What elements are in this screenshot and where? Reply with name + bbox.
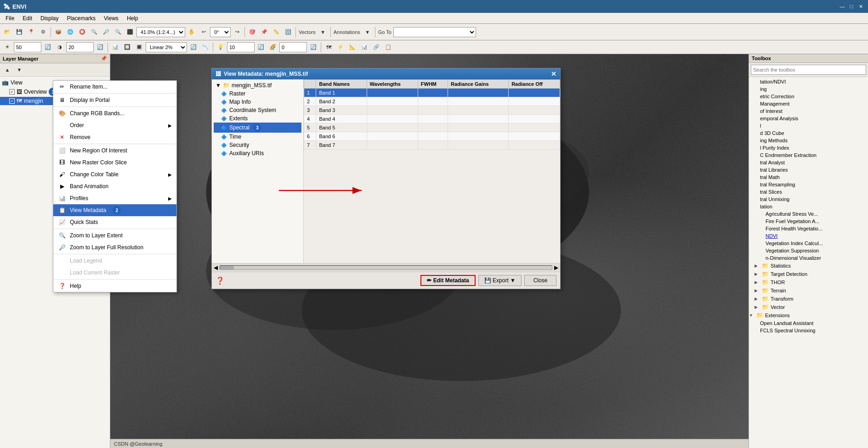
- menu-views[interactable]: Views: [100, 14, 122, 22]
- layer-overview-checkbox[interactable]: ✓: [9, 89, 15, 95]
- toolbox-item-fire-fuel[interactable]: Fire Fuel Vegetation A...: [749, 218, 868, 225]
- refresh-btn4[interactable]: 🔄: [255, 42, 267, 53]
- table-row[interactable]: 6 Band 6: [304, 132, 560, 141]
- tree-coordsys[interactable]: 🔷 Coordinate System: [214, 106, 301, 114]
- toolbox-item-temporal-analysis[interactable]: emporal Analysis: [749, 115, 868, 122]
- refresh-btn1[interactable]: 🔄: [42, 42, 53, 53]
- ctx-color-slice[interactable]: 🎞 New Raster Color Slice: [53, 157, 176, 168]
- metadata-help-icon[interactable]: ❓: [216, 276, 225, 285]
- tree-time[interactable]: 🔷 Time: [214, 133, 301, 141]
- refresh-btn3[interactable]: 🔄: [188, 42, 199, 53]
- tool1[interactable]: 📍: [26, 27, 37, 38]
- toolbox-item-tral-unmixing[interactable]: tral Unmixing: [749, 196, 868, 203]
- rotate-left[interactable]: ↩: [198, 27, 209, 38]
- toolbox-folder-vector[interactable]: ▶ 📁 Vector: [749, 303, 868, 311]
- ctx-zoom-full[interactable]: 🔎 Zoom to Layer Full Resolution: [53, 241, 176, 253]
- edit-metadata-button[interactable]: ✏ Edit Metadata: [420, 275, 475, 286]
- ctx-zoom-extent[interactable]: 🔍 Zoom to Layer Extent: [53, 230, 176, 241]
- vectors-dropdown[interactable]: ▼: [318, 27, 329, 38]
- tool-f[interactable]: 📋: [383, 42, 394, 53]
- toolbox-item-tation-ndvi[interactable]: tation/NDVI: [749, 78, 868, 85]
- panel-pin-icon[interactable]: 📌: [101, 56, 107, 62]
- toolbox-folder-thor[interactable]: ▶ 📁 THOR: [749, 278, 868, 286]
- layer-down[interactable]: ▼: [14, 64, 25, 75]
- stretch-input1[interactable]: [14, 42, 41, 52]
- table-row[interactable]: 4 Band 4: [304, 115, 560, 123]
- metadata-close-x[interactable]: ✕: [551, 70, 556, 78]
- open-button[interactable]: 📂: [2, 27, 13, 38]
- toolbox-item-ndvi[interactable]: NDVI: [749, 232, 868, 240]
- zoom-out[interactable]: 🔍: [113, 27, 124, 38]
- tool-b[interactable]: ⚡: [335, 42, 346, 53]
- refresh-btn2[interactable]: 🔄: [95, 42, 106, 53]
- tool4[interactable]: 🌐: [65, 27, 76, 38]
- ctx-change-color[interactable]: 🖌 Change Color Table ▶: [53, 168, 176, 180]
- brightness-input[interactable]: [227, 42, 255, 52]
- contrast-input[interactable]: [66, 42, 94, 52]
- tool8[interactable]: 📌: [259, 27, 270, 38]
- export-button[interactable]: 💾 Export ▼: [478, 275, 522, 286]
- ctx-new-roi[interactable]: ⬜ New Region Of Interest: [53, 145, 176, 157]
- toolbox-item-open-landsat[interactable]: Open Landsat Assistant: [749, 319, 868, 327]
- menu-placemarks[interactable]: Placemarks: [63, 14, 99, 22]
- toolbox-item-tral-slices[interactable]: tral Slices: [749, 188, 868, 196]
- ctx-order[interactable]: Order ▶: [53, 119, 176, 131]
- toolbox-item-ing[interactable]: ing: [749, 85, 868, 93]
- zoom-in[interactable]: 🔎: [101, 27, 112, 38]
- hscroll-track[interactable]: [220, 265, 552, 270]
- toolbox-item-purity-index[interactable]: l Purity Index: [749, 144, 868, 151]
- toolbox-folder-extensions[interactable]: ▼ 📁 Extensions: [749, 311, 868, 319]
- ctx-profiles[interactable]: 📊 Profiles ▶: [53, 192, 176, 204]
- toolbox-folder-statistics-folder[interactable]: ▶ 📁 Statistics: [749, 262, 868, 270]
- maximize-button[interactable]: □: [848, 3, 855, 10]
- toolbox-item-tral-resampling[interactable]: tral Resampling: [749, 181, 868, 188]
- tool2[interactable]: ⚙: [38, 27, 49, 38]
- table-row[interactable]: 5 Band 5: [304, 123, 560, 132]
- toolbox-item-veg-suppression[interactable]: Vegetation Suppression: [749, 247, 868, 254]
- tool9[interactable]: 📏: [271, 27, 282, 38]
- ctx-quick-stats[interactable]: 📈 Quick Stats: [53, 216, 176, 228]
- toolbox-folder-target-detection[interactable]: ▶ 📁 Target Detection: [749, 270, 868, 278]
- ctx-rename[interactable]: ✏ Rename Item...: [53, 81, 176, 93]
- tool5[interactable]: ⭕: [77, 27, 88, 38]
- zoom-region[interactable]: ⬛: [125, 27, 136, 38]
- table-row[interactable]: 2 Band 2: [304, 97, 560, 106]
- menu-edit[interactable]: Edit: [19, 14, 36, 22]
- toolbox-item-of-interest[interactable]: of Interest: [749, 107, 868, 115]
- tool-e[interactable]: 🔗: [371, 42, 382, 53]
- toolbox-folder-transform[interactable]: ▶ 📁 Transform: [749, 295, 868, 303]
- tree-extents[interactable]: 🔷 Extents: [214, 114, 301, 123]
- ctx-band-animation[interactable]: ▶ Band Animation: [53, 180, 176, 192]
- pan-tool[interactable]: ✋: [186, 27, 197, 38]
- tool6[interactable]: 🔍: [89, 27, 100, 38]
- toolbox-folder-terrain[interactable]: ▶ 📁 Terrain: [749, 286, 868, 295]
- tool3[interactable]: 📦: [53, 27, 64, 38]
- toolbox-item-3d-cube[interactable]: d 3D Cube: [749, 129, 868, 137]
- tool-c[interactable]: 📐: [347, 42, 358, 53]
- toolbox-item-etric-correction[interactable]: etric Correction: [749, 93, 868, 100]
- ctx-change-rgb[interactable]: 🎨 Change RGB Bands...: [53, 107, 176, 119]
- tool-a[interactable]: 🗺: [323, 42, 334, 53]
- toolbox-item-tral-libraries[interactable]: tral Libraries: [749, 166, 868, 174]
- toolbox-item-tral-math[interactable]: tral Math: [749, 174, 868, 181]
- layer-mengjin-checkbox[interactable]: ✓: [9, 98, 15, 104]
- tree-aux[interactable]: 🔷 Auxiliary URIs: [214, 149, 301, 157]
- toolbox-item-forest-health[interactable]: Forest Health Vegetatio...: [749, 225, 868, 232]
- toolbox-item-agri-stress[interactable]: Agricultural Stress Ve...: [749, 210, 868, 218]
- refresh-btn5[interactable]: 🔄: [308, 42, 319, 53]
- menu-display[interactable]: Display: [37, 14, 62, 22]
- close-button[interactable]: Close: [524, 275, 556, 286]
- toolbox-item-l[interactable]: l: [749, 122, 868, 129]
- rotate-right[interactable]: ↪: [232, 27, 243, 38]
- save-button[interactable]: 💾: [14, 27, 25, 38]
- tool-d[interactable]: 📊: [359, 42, 370, 53]
- ctx-display-portal[interactable]: 🖥 Display in Portal: [53, 94, 176, 106]
- toolbox-item-tation2[interactable]: tation: [749, 203, 868, 210]
- menu-file[interactable]: File: [2, 14, 18, 22]
- table-row[interactable]: 3 Band 3: [304, 106, 560, 115]
- ctx-view-metadata[interactable]: 📋 View Metadata 2: [53, 204, 176, 216]
- table-row[interactable]: 7 Band 7: [304, 141, 560, 150]
- goto-combo[interactable]: [393, 27, 476, 37]
- tool7[interactable]: 🎯: [247, 27, 258, 38]
- minimize-button[interactable]: —: [839, 3, 846, 10]
